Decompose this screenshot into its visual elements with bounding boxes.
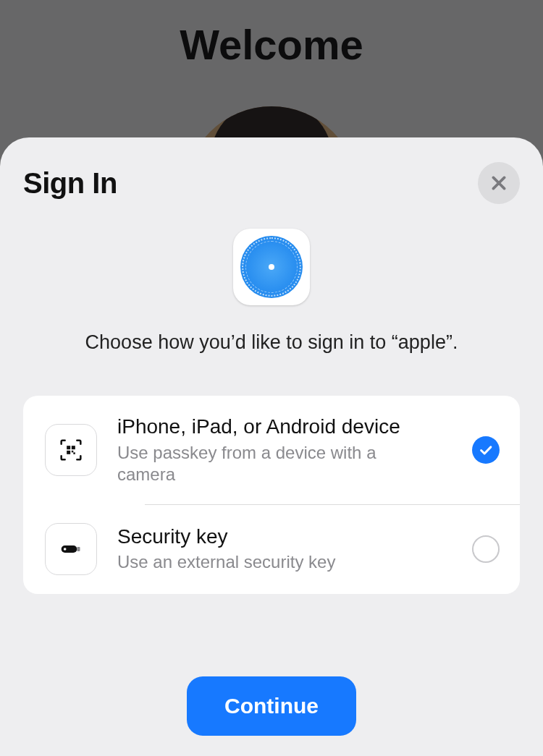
option-security-key[interactable]: Security key Use an external security ke…	[23, 504, 520, 594]
sheet-prompt: Choose how you’d like to sign in to “app…	[23, 331, 520, 354]
sheet-title: Sign In	[23, 167, 117, 200]
safari-icon	[240, 236, 303, 298]
option-radio-unselected[interactable]	[472, 535, 500, 563]
continue-button[interactable]: Continue	[187, 676, 356, 736]
svg-point-9	[64, 548, 67, 551]
svg-rect-5	[67, 451, 70, 454]
qr-scan-icon	[45, 424, 97, 476]
close-icon	[489, 174, 508, 192]
security-key-icon	[45, 523, 97, 575]
checkmark-icon	[478, 442, 494, 458]
option-title: iPhone, iPad, or Android device	[117, 415, 452, 439]
app-icon	[233, 229, 310, 305]
svg-rect-6	[72, 451, 74, 453]
svg-rect-10	[77, 547, 80, 551]
options-list: iPhone, iPad, or Android device Use pass…	[23, 396, 520, 594]
option-subtitle: Use passkey from a device with a camera	[117, 442, 400, 485]
option-title: Security key	[117, 524, 452, 549]
svg-rect-4	[72, 446, 75, 449]
close-button[interactable]	[478, 162, 520, 204]
option-radio-selected[interactable]	[472, 436, 500, 464]
option-subtitle: Use an external security key	[117, 551, 452, 573]
sign-in-sheet: Sign In Choose how you’d like to sign in…	[0, 137, 543, 756]
option-passkey-device[interactable]: iPhone, iPad, or Android device Use pass…	[23, 396, 520, 504]
svg-rect-7	[73, 452, 75, 454]
svg-rect-3	[67, 446, 70, 449]
